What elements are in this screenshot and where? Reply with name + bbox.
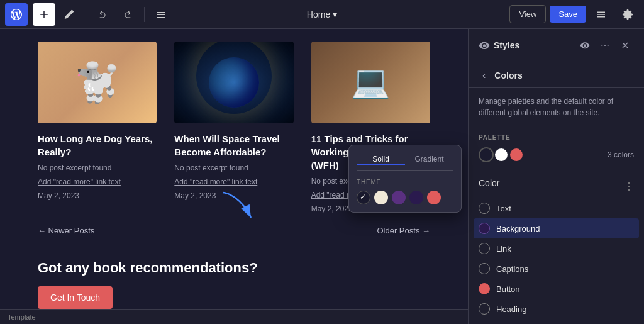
sidebar-eye-button[interactable]: [576, 36, 594, 54]
color-item-button[interactable]: Button: [479, 279, 634, 299]
template-label: Template: [8, 313, 36, 321]
post1-image: [38, 42, 157, 123]
post1-readmore[interactable]: Add "read more" link text: [38, 177, 157, 186]
cp-swatch-light[interactable]: [374, 191, 388, 204]
view-button[interactable]: View: [509, 5, 546, 23]
cp-swatches: [357, 191, 453, 204]
color-name-heading: Heading: [496, 304, 526, 314]
post1-title: How Long Are Dog Years, Really?: [38, 132, 157, 159]
save-button[interactable]: Save: [550, 6, 586, 23]
main-area: How Long Are Dog Years, Really? No post …: [0, 29, 644, 324]
toolbar-right: View Save: [509, 3, 639, 26]
svg-point-3: [604, 45, 606, 46]
svg-point-2: [601, 45, 602, 46]
palette-section: PALETTE 3 colors: [469, 126, 644, 170]
older-posts-link[interactable]: Older Posts →: [377, 226, 430, 235]
sidebar-close-button[interactable]: [616, 36, 634, 54]
color-dot-text: [479, 203, 490, 214]
color-more-button[interactable]: ⋮: [624, 181, 634, 193]
redo-button[interactable]: [116, 3, 139, 26]
newer-posts-link[interactable]: ← Newer Posts: [38, 226, 94, 235]
color-dot-button: [479, 283, 490, 294]
list-view-button[interactable]: [150, 3, 172, 26]
settings-button[interactable]: [616, 3, 639, 26]
add-block-button[interactable]: [33, 3, 55, 26]
sidebar-actions: [576, 36, 634, 54]
palette-swatch-red[interactable]: [509, 147, 524, 162]
back-button[interactable]: ‹: [479, 69, 489, 82]
cp-swatch-red[interactable]: [427, 191, 441, 204]
color-item-heading[interactable]: Heading: [479, 299, 634, 319]
toolbar: Home ▾ View Save: [0, 0, 644, 29]
cta-button[interactable]: Get In Touch: [38, 286, 113, 309]
cta-title: Got any book recommendations?: [38, 260, 430, 276]
color-name-link: Link: [496, 244, 511, 254]
sidebar-desc-text: Manage palettes and the default color of…: [479, 97, 613, 117]
palette-swatch-light[interactable]: [494, 147, 509, 162]
divider2: [144, 7, 145, 22]
color-name-text: Text: [496, 204, 511, 213]
post2-title: When Will Space Travel Become Affordable…: [174, 132, 293, 159]
sidebar-header: Styles: [469, 29, 644, 62]
post2-image: [174, 42, 293, 123]
color-name-captions: Captions: [496, 264, 528, 274]
post1-date: May 2, 2023: [38, 191, 157, 200]
sidebar-description: Manage palettes and the default color of…: [469, 88, 644, 126]
palette-label: PALETTE: [479, 134, 634, 141]
divider1: [86, 7, 86, 22]
post2-excerpt: No post excerpt found: [174, 164, 293, 172]
color-item-text[interactable]: Text: [479, 198, 634, 218]
palette-swatch-dark[interactable]: [479, 147, 494, 162]
styles-sidebar: Styles ‹ Colors Manage palettes and the …: [468, 29, 644, 324]
color-dot-link: [479, 243, 490, 254]
theme-label: THEME: [357, 179, 453, 186]
wp-logo[interactable]: [5, 3, 28, 26]
color-name-background: Background: [496, 224, 540, 233]
color-name-button: Button: [496, 284, 520, 294]
template-bar: Template: [0, 309, 468, 324]
color-item-background[interactable]: Background: [474, 218, 639, 238]
undo-button[interactable]: [91, 3, 114, 26]
color-picker-tabs: Solid Gradient: [357, 153, 453, 171]
chevron-down-icon: ▾: [333, 9, 337, 20]
nav-home[interactable]: Home ▾: [307, 9, 337, 20]
color-dot-background: [479, 223, 490, 234]
post3-image: [311, 42, 430, 123]
colors-subpanel-header: ‹ Colors: [469, 62, 644, 88]
color-dot-heading: [479, 303, 490, 315]
cp-swatch-darkpurple[interactable]: [409, 191, 423, 204]
sidebar-more-button[interactable]: [596, 36, 614, 54]
cp-swatch-dark[interactable]: [357, 191, 370, 204]
svg-point-4: [608, 45, 609, 46]
palette-swatches: [479, 147, 524, 162]
color-picker-popup: Solid Gradient THEME: [348, 145, 462, 213]
tab-solid[interactable]: Solid: [357, 153, 405, 165]
color-section-title: Color: [479, 178, 499, 188]
color-item-link[interactable]: Link: [479, 238, 634, 259]
home-label: Home: [307, 9, 330, 20]
sidebar-header-left: Styles: [479, 40, 519, 51]
cp-swatch-purple[interactable]: [392, 191, 406, 204]
post1-excerpt: No post excerpt found: [38, 164, 157, 172]
color-dot-captions: [479, 263, 490, 274]
edit-button[interactable]: [58, 3, 80, 26]
colors-panel-title: Colors: [494, 70, 522, 81]
tab-gradient[interactable]: Gradient: [405, 153, 453, 165]
color-item-captions[interactable]: Captions: [479, 259, 634, 279]
device-preview-button[interactable]: [590, 3, 613, 26]
blog-post-1[interactable]: How Long Are Dog Years, Really? No post …: [38, 42, 157, 213]
arrow-pointer: [216, 180, 267, 230]
styles-eye-icon: [479, 40, 490, 51]
color-section: Color ⋮ Text Background Link: [469, 170, 644, 324]
sidebar-panel-title: Styles: [494, 40, 519, 50]
swatch-count: 3 colors: [608, 150, 634, 159]
palette-row: 3 colors: [479, 147, 634, 162]
